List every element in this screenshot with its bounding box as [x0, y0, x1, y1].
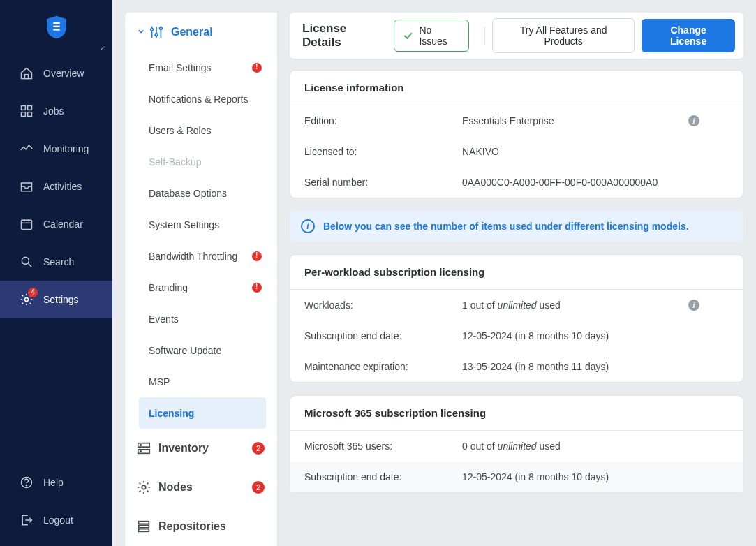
settings-licensing[interactable]: Licensing: [139, 397, 266, 429]
nav-label: Activities: [43, 181, 82, 192]
svg-point-22: [160, 27, 163, 30]
status-pill: No Issues: [394, 20, 469, 52]
nodes-icon: [136, 480, 151, 495]
expand-icon[interactable]: ⤢: [100, 45, 105, 52]
row-value: 13-05-2024 (in 8 months 11 days): [462, 361, 729, 372]
nav-label: Jobs: [43, 105, 64, 117]
svg-rect-8: [22, 220, 32, 229]
row-label: Maintenance expiration:: [304, 361, 462, 372]
nav-label: Calendar: [43, 219, 83, 230]
home-icon: [20, 66, 34, 80]
settings-database-options[interactable]: Database Options: [125, 177, 277, 209]
change-license-button[interactable]: Change License: [642, 19, 735, 52]
repositories-icon: [136, 519, 151, 534]
section-title: Nodes: [158, 481, 193, 494]
help-icon: [20, 475, 34, 489]
alert-icon: [252, 283, 262, 293]
section-repositories[interactable]: Repositories: [125, 507, 277, 546]
logout-icon: [20, 513, 34, 527]
nav-logout[interactable]: Logout: [0, 501, 112, 539]
nav-label: Logout: [43, 515, 73, 526]
inventory-badge: 2: [252, 442, 265, 455]
nav-label: Search: [43, 256, 74, 267]
activity-icon: [20, 142, 34, 156]
banner-text: Below you can see the number of items us…: [323, 221, 689, 232]
settings-email[interactable]: Email Settings: [125, 52, 277, 83]
nav-label: Overview: [43, 68, 84, 79]
calendar-icon: [20, 217, 34, 231]
svg-rect-7: [28, 112, 32, 117]
settings-events[interactable]: Events: [125, 303, 277, 334]
svg-point-12: [22, 257, 29, 264]
svg-rect-6: [22, 112, 26, 117]
settings-software-update[interactable]: Software Update: [125, 334, 277, 366]
svg-point-25: [140, 444, 142, 445]
row-serial: Serial number: 0AA000C0-A000-00FF-00F0-0…: [290, 167, 743, 198]
svg-point-20: [155, 34, 158, 36]
svg-rect-5: [28, 106, 32, 110]
section-general[interactable]: General: [125, 13, 277, 52]
row-label: Microsoft 365 users:: [304, 441, 462, 452]
row-licensed-to: Licensed to: NAKIVO: [290, 136, 743, 167]
info-icon[interactable]: i: [688, 115, 699, 126]
m365-card: Microsoft 365 subscription licensing Mic…: [290, 395, 743, 493]
nav-label: Monitoring: [43, 143, 89, 154]
app-logo: ⤢: [0, 0, 112, 54]
section-title: General: [171, 26, 213, 38]
inventory-icon: [136, 441, 151, 456]
row-value: 0AA000C0-A000-00FF-00F0-000A000000A0: [462, 177, 729, 188]
svg-rect-2: [53, 29, 59, 30]
sliders-icon: [149, 24, 164, 40]
row-label: Licensed to:: [304, 146, 462, 157]
info-icon[interactable]: i: [688, 300, 699, 311]
nav-overview[interactable]: Overview: [0, 54, 112, 92]
try-features-button[interactable]: Try All Features and Products: [492, 18, 635, 53]
svg-point-27: [142, 485, 146, 489]
svg-rect-0: [53, 22, 59, 24]
alert-icon: [252, 251, 262, 261]
info-icon: i: [301, 219, 315, 233]
svg-rect-4: [22, 106, 26, 110]
row-workloads: Workloads: 1 out of unlimited used i: [290, 290, 743, 320]
settings-branding[interactable]: Branding: [125, 272, 277, 303]
settings-self-backup: Self-Backup: [125, 146, 277, 177]
card-title: Microsoft 365 subscription licensing: [290, 396, 743, 431]
row-label: Edition:: [304, 115, 462, 126]
svg-rect-3: [25, 75, 29, 79]
settings-notifications[interactable]: Notifications & Reports: [125, 83, 277, 115]
inbox-icon: [20, 179, 34, 193]
svg-point-26: [140, 450, 142, 452]
nodes-badge: 2: [252, 481, 265, 494]
row-sub-end: Subscription end date: 12-05-2024 (in 8 …: [290, 320, 743, 351]
search-icon: [20, 255, 34, 269]
row-m365-sub-end: Subscription end date: 12-05-2024 (in 8 …: [290, 462, 743, 492]
settings-msp[interactable]: MSP: [125, 366, 277, 397]
settings-system[interactable]: System Settings: [125, 209, 277, 240]
divider: [484, 27, 485, 45]
svg-rect-1: [53, 26, 59, 27]
settings-users-roles[interactable]: Users & Roles: [125, 115, 277, 146]
row-value: NAKIVO: [462, 146, 729, 157]
nav-help[interactable]: Help: [0, 464, 112, 501]
chevron-down-icon: [136, 27, 146, 38]
row-label: Subscription end date:: [304, 330, 462, 341]
section-inventory[interactable]: Inventory 2: [125, 429, 277, 468]
shield-icon: [47, 15, 66, 39]
card-title: License information: [290, 71, 743, 105]
nav-settings[interactable]: Settings 4: [0, 281, 112, 318]
section-title: Inventory: [158, 442, 209, 455]
alert-icon: [252, 63, 262, 73]
license-info-card: License information Edition: Essentials …: [290, 70, 743, 198]
svg-point-14: [25, 298, 29, 302]
settings-bandwidth[interactable]: Bandwidth Throttling: [125, 240, 277, 272]
row-label: Serial number:: [304, 177, 462, 188]
grid-icon: [20, 104, 34, 118]
nav-calendar[interactable]: Calendar: [0, 205, 112, 243]
nav-search[interactable]: Search: [0, 243, 112, 281]
nav-activities[interactable]: Activities: [0, 168, 112, 205]
nav-jobs[interactable]: Jobs: [0, 92, 112, 130]
section-nodes[interactable]: Nodes 2: [125, 468, 277, 507]
main-nav: ⤢ Overview Jobs Monitoring Activities Ca…: [0, 0, 112, 546]
nav-monitoring[interactable]: Monitoring: [0, 130, 112, 168]
svg-line-13: [29, 264, 32, 267]
